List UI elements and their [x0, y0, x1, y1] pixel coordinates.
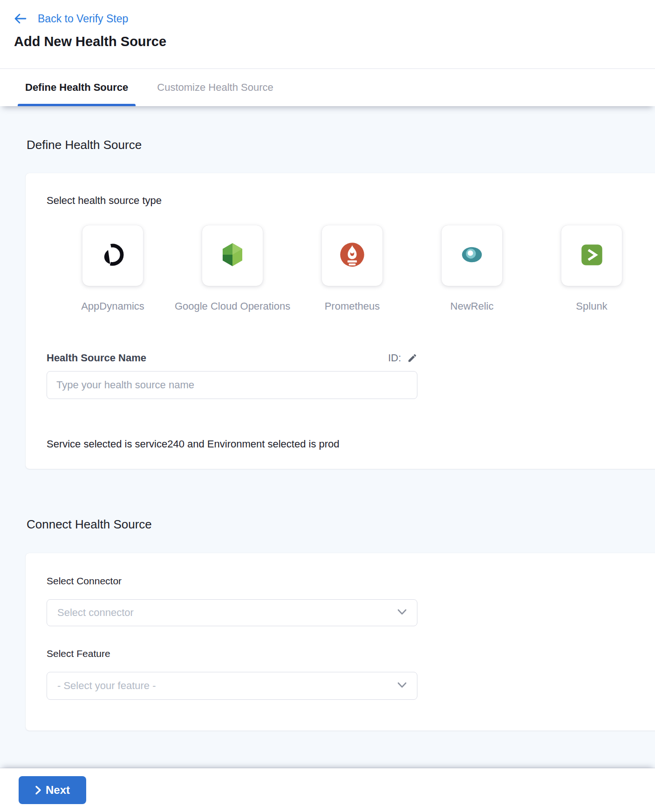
page-content: Define Health Source Select health sourc…	[0, 106, 655, 731]
footer-bar: Next	[0, 768, 655, 812]
chevron-down-icon	[397, 682, 407, 690]
health-source-name-row: Health Source Name ID:	[47, 352, 417, 365]
newrelic-tile[interactable]	[442, 225, 502, 286]
health-source-tile-row: AppDynamics Google Cloud Operations	[82, 225, 655, 312]
arrow-left-icon	[14, 13, 27, 24]
select-connector-label: Select Connector	[47, 575, 655, 587]
health-source-splunk: Splunk	[561, 225, 622, 312]
health-source-google-cloud-operations: Google Cloud Operations	[202, 225, 263, 312]
google-cloud-operations-tile[interactable]	[202, 225, 263, 286]
newrelic-icon	[459, 244, 485, 267]
source-label-appdynamics: AppDynamics	[81, 300, 144, 312]
selection-note: Service selected is service240 and Envir…	[47, 438, 655, 450]
health-source-name-input[interactable]	[47, 371, 417, 399]
select-health-source-type-label: Select health source type	[47, 195, 655, 207]
tab-customize-health-source[interactable]: Customize Health Source	[150, 69, 280, 106]
source-label-prometheus: Prometheus	[325, 300, 380, 312]
back-link-label: Back to Verify Step	[38, 12, 128, 25]
connect-health-source-card: Select Connector Select connector Select…	[26, 553, 655, 731]
appdynamics-icon	[101, 242, 125, 270]
source-label-splunk: Splunk	[576, 300, 607, 312]
connector-select-value: Select connector	[57, 607, 134, 619]
feature-select[interactable]: - Select your feature -	[47, 672, 417, 700]
chevron-right-icon	[35, 785, 41, 795]
next-button-label: Next	[46, 784, 70, 797]
next-button[interactable]: Next	[19, 776, 86, 804]
define-section-title: Define Health Source	[27, 106, 655, 153]
back-link[interactable]: Back to Verify Step	[14, 12, 641, 25]
splunk-icon	[580, 243, 604, 269]
prometheus-tile[interactable]	[322, 225, 382, 286]
health-source-appdynamics: AppDynamics	[82, 225, 143, 312]
source-label-newrelic: NewRelic	[450, 300, 494, 312]
health-source-newrelic: NewRelic	[442, 225, 502, 312]
health-source-name-label: Health Source Name	[47, 352, 146, 365]
connector-select[interactable]: Select connector	[47, 599, 417, 626]
google-cloud-operations-icon	[220, 241, 245, 270]
page-title: Add New Health Source	[14, 33, 641, 50]
splunk-tile[interactable]	[561, 225, 622, 286]
id-label: ID:	[388, 352, 401, 364]
select-feature-label: Select Feature	[47, 648, 655, 660]
chevron-down-icon	[397, 609, 407, 617]
health-source-prometheus: Prometheus	[322, 225, 382, 312]
source-label-google-cloud-operations: Google Cloud Operations	[175, 300, 290, 312]
page-header: Back to Verify Step Add New Health Sourc…	[0, 0, 655, 69]
appdynamics-tile[interactable]	[82, 225, 143, 286]
connect-section-title: Connect Health Source	[27, 516, 655, 532]
tab-bar: Define Health Source Customize Health So…	[0, 69, 655, 106]
prometheus-icon	[339, 242, 365, 270]
pencil-icon[interactable]	[407, 353, 417, 363]
feature-select-value: - Select your feature -	[57, 680, 156, 692]
define-health-source-card: Select health source type AppDynamics	[26, 173, 655, 469]
tab-define-health-source[interactable]: Define Health Source	[18, 69, 136, 106]
id-group: ID:	[388, 352, 417, 364]
